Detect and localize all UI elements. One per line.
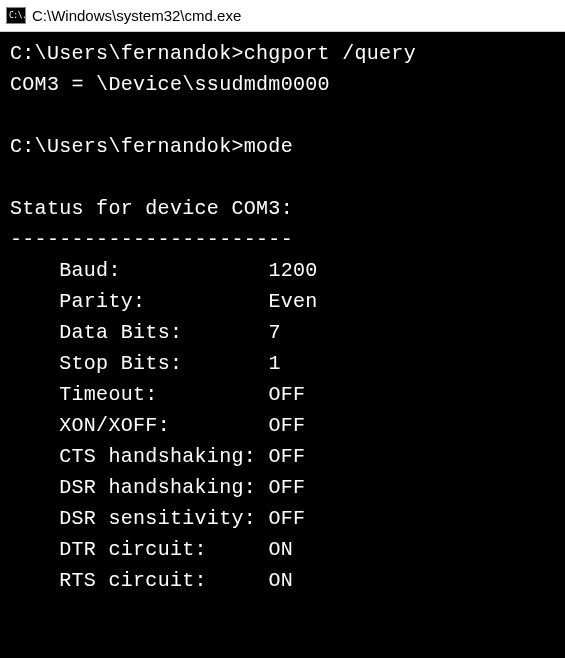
- status-row: DSR sensitivity: OFF: [10, 503, 555, 534]
- row-value: Even: [268, 290, 317, 313]
- row-indent: [10, 383, 59, 406]
- row-gap: [256, 352, 268, 375]
- row-indent: [10, 352, 59, 375]
- row-indent: [10, 569, 59, 592]
- row-indent: [10, 538, 59, 561]
- row-value: 1200: [268, 259, 317, 282]
- row-value: OFF: [268, 445, 305, 468]
- status-row: Data Bits: 7: [10, 317, 555, 348]
- row-indent: [10, 507, 59, 530]
- row-value: 1: [268, 352, 280, 375]
- status-row: XON/XOFF: OFF: [10, 410, 555, 441]
- status-row: RTS circuit: ON: [10, 565, 555, 596]
- blank-line-1: [10, 100, 555, 131]
- prompt-2: C:\Users\fernandok>: [10, 135, 244, 158]
- row-label: DSR handshaking:: [59, 476, 256, 499]
- prompt-line-1: C:\Users\fernandok>chgport /query: [10, 38, 555, 69]
- status-header: Status for device COM3:: [10, 193, 555, 224]
- row-gap: [256, 383, 268, 406]
- row-value: OFF: [268, 507, 305, 530]
- row-indent: [10, 414, 59, 437]
- status-rows-container: Baud: 1200 Parity: Even Data Bits: 7 Sto…: [10, 255, 555, 596]
- row-gap: [256, 476, 268, 499]
- cmd-app-icon-text: C:\.: [9, 12, 26, 20]
- row-gap: [256, 414, 268, 437]
- row-label: Baud:: [59, 259, 256, 282]
- status-row: DTR circuit: ON: [10, 534, 555, 565]
- row-label: CTS handshaking:: [59, 445, 256, 468]
- status-row: Parity: Even: [10, 286, 555, 317]
- prompt-line-2: C:\Users\fernandok>mode: [10, 131, 555, 162]
- row-label: XON/XOFF:: [59, 414, 256, 437]
- row-label: RTS circuit:: [59, 569, 256, 592]
- row-indent: [10, 321, 59, 344]
- row-gap: [256, 538, 268, 561]
- status-divider: -----------------------: [10, 224, 555, 255]
- row-value: OFF: [268, 383, 305, 406]
- status-row: Timeout: OFF: [10, 379, 555, 410]
- status-row: DSR handshaking: OFF: [10, 472, 555, 503]
- status-row: Baud: 1200: [10, 255, 555, 286]
- row-label: Stop Bits:: [59, 352, 256, 375]
- output-line-1: COM3 = \Device\ssudmdm0000: [10, 69, 555, 100]
- row-label: DTR circuit:: [59, 538, 256, 561]
- row-indent: [10, 259, 59, 282]
- row-gap: [256, 507, 268, 530]
- row-indent: [10, 290, 59, 313]
- row-value: OFF: [268, 414, 305, 437]
- row-value: ON: [268, 569, 293, 592]
- row-label: DSR sensitivity:: [59, 507, 256, 530]
- row-label: Data Bits:: [59, 321, 256, 344]
- row-value: OFF: [268, 476, 305, 499]
- row-value: ON: [268, 538, 293, 561]
- status-row: Stop Bits: 1: [10, 348, 555, 379]
- row-value: 7: [268, 321, 280, 344]
- command-1: chgport /query: [244, 42, 416, 65]
- row-gap: [256, 321, 268, 344]
- row-indent: [10, 476, 59, 499]
- row-gap: [256, 569, 268, 592]
- row-gap: [256, 259, 268, 282]
- prompt-1: C:\Users\fernandok>: [10, 42, 244, 65]
- blank-line-2: [10, 162, 555, 193]
- row-label: Parity:: [59, 290, 256, 313]
- titlebar[interactable]: C:\. C:\Windows\system32\cmd.exe: [0, 0, 565, 32]
- cmd-app-icon: C:\.: [6, 7, 26, 24]
- window-title: C:\Windows\system32\cmd.exe: [32, 7, 241, 24]
- row-label: Timeout:: [59, 383, 256, 406]
- row-indent: [10, 445, 59, 468]
- terminal-output-area[interactable]: C:\Users\fernandok>chgport /queryCOM3 = …: [0, 32, 565, 658]
- row-gap: [256, 445, 268, 468]
- row-gap: [256, 290, 268, 313]
- command-2: mode: [244, 135, 293, 158]
- status-row: CTS handshaking: OFF: [10, 441, 555, 472]
